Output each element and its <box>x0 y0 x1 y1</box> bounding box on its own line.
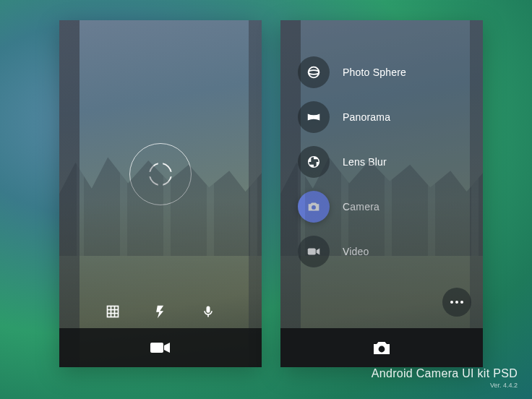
svg-point-13 <box>379 346 385 353</box>
svg-point-11 <box>312 205 316 210</box>
flash-toggle[interactable] <box>153 304 168 319</box>
grid-toggle[interactable] <box>105 304 121 319</box>
camera-icon <box>372 339 392 356</box>
capture-bar <box>280 328 483 367</box>
focus-reticle-icon <box>149 163 172 186</box>
svg-rect-7 <box>150 343 163 353</box>
video-icon <box>298 236 330 267</box>
mode-label: Camera <box>343 201 379 213</box>
more-icon <box>450 301 463 304</box>
mode-item-video[interactable]: Video <box>298 236 406 267</box>
footer-version: Ver. 4.4.2 <box>372 382 518 389</box>
svg-rect-12 <box>308 248 316 254</box>
svg-point-9 <box>309 70 319 74</box>
focus-ring[interactable] <box>129 143 192 205</box>
aperture-icon <box>298 146 330 178</box>
panorama-icon <box>298 101 330 133</box>
camera-modes-screen: Photo Sphere Panorama <box>280 20 483 367</box>
svg-point-8 <box>309 67 319 78</box>
mode-label: Panorama <box>343 111 390 123</box>
mode-label: Video <box>343 246 369 257</box>
video-icon <box>150 340 171 355</box>
capture-bar <box>59 328 262 367</box>
photo-shutter-button[interactable] <box>372 339 392 356</box>
video-shutter-button[interactable] <box>150 340 171 355</box>
grid-icon <box>106 304 120 319</box>
mic-icon <box>201 304 215 319</box>
mode-item-camera[interactable]: Camera <box>298 191 406 223</box>
mic-toggle[interactable] <box>200 304 216 319</box>
mode-item-photo-sphere[interactable]: Photo Sphere <box>298 56 406 88</box>
footer-title: Android Camera UI kit PSD <box>372 367 518 380</box>
svg-rect-0 <box>108 306 119 317</box>
mode-list: Photo Sphere Panorama <box>298 56 406 267</box>
svg-rect-5 <box>207 306 210 313</box>
footer: Android Camera UI kit PSD Ver. 4.4.2 <box>372 367 518 389</box>
overflow-button[interactable] <box>442 288 471 317</box>
mode-item-panorama[interactable]: Panorama <box>298 101 406 133</box>
flash-icon <box>153 304 168 319</box>
mode-label: Lens Blur <box>343 156 387 168</box>
quick-controls <box>59 304 262 319</box>
sphere-icon <box>298 56 330 88</box>
mode-label: Photo Sphere <box>343 66 406 78</box>
mode-item-lens-blur[interactable]: Lens Blur <box>298 146 406 178</box>
camera-icon <box>298 191 330 223</box>
camera-viewfinder-screen <box>59 20 262 367</box>
